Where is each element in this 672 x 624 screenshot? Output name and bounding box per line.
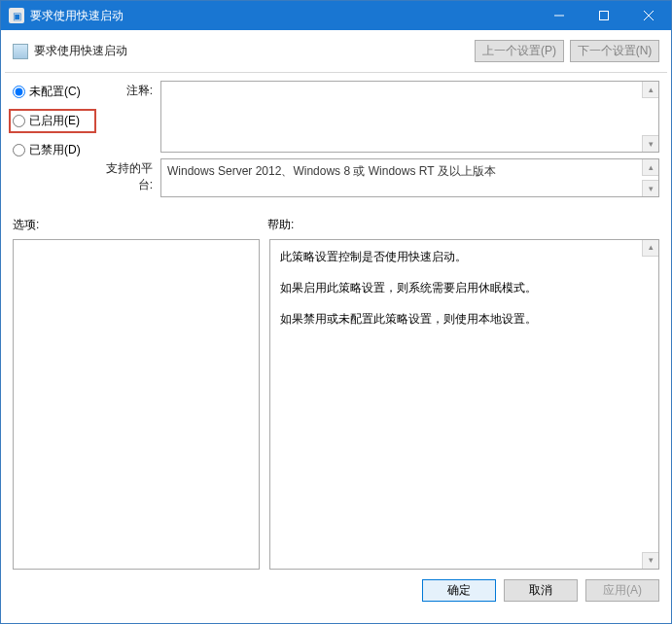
radio-not-configured-input[interactable]: [13, 86, 25, 98]
help-panel: 此策略设置控制是否使用快速启动。 如果启用此策略设置，则系统需要启用休眠模式。 …: [269, 239, 659, 570]
radio-disabled-input[interactable]: [13, 144, 25, 156]
panels: 此策略设置控制是否使用快速启动。 如果启用此策略设置，则系统需要启用休眠模式。 …: [1, 237, 671, 570]
scroll-up-icon[interactable]: ▴: [642, 240, 658, 257]
radio-enabled-input[interactable]: [13, 115, 25, 127]
scroll-down-icon[interactable]: ▾: [642, 552, 658, 569]
comment-row: 注释: ▴ ▾: [100, 81, 659, 153]
ok-button[interactable]: 确定: [422, 579, 496, 602]
help-paragraph: 如果启用此策略设置，则系统需要启用休眠模式。: [280, 279, 649, 296]
svg-rect-1: [600, 12, 609, 20]
config-area: 未配置(C) 已启用(E) 已禁用(D) 注释: ▴ ▾ 支持的平台: Wind…: [1, 73, 671, 207]
toolbar: 要求使用快速启动 上一个设置(P) 下一个设置(N): [1, 30, 671, 72]
radio-group: 未配置(C) 已启用(E) 已禁用(D): [13, 81, 92, 203]
policy-icon: [13, 44, 28, 59]
radio-not-configured-label: 未配置(C): [29, 84, 81, 100]
next-setting-button[interactable]: 下一个设置(N): [570, 40, 659, 62]
policy-name-label: 要求使用快速启动: [34, 43, 469, 59]
window-title: 要求使用快速启动: [30, 8, 537, 24]
scroll-up-icon[interactable]: ▴: [642, 82, 658, 98]
radio-enabled-label: 已启用(E): [29, 113, 80, 129]
comment-textarea[interactable]: ▴ ▾: [160, 81, 659, 153]
platform-label: 支持的平台:: [100, 158, 160, 197]
radio-disabled-label: 已禁用(D): [29, 142, 81, 158]
platform-row: 支持的平台: Windows Server 2012、Windows 8 或 W…: [100, 158, 659, 197]
close-button[interactable]: [626, 1, 671, 30]
options-heading: 选项:: [13, 217, 267, 233]
platform-value: Windows Server 2012、Windows 8 或 Windows …: [167, 164, 496, 178]
maximize-button[interactable]: [582, 1, 626, 30]
minimize-button[interactable]: [537, 1, 582, 30]
radio-disabled[interactable]: 已禁用(D): [13, 141, 92, 159]
app-icon: ▣: [9, 8, 24, 23]
options-panel: [13, 239, 260, 570]
scroll-up-icon[interactable]: ▴: [642, 159, 658, 176]
apply-button[interactable]: 应用(A): [585, 579, 659, 602]
fields-column: 注释: ▴ ▾ 支持的平台: Windows Server 2012、Windo…: [100, 81, 659, 203]
previous-setting-button[interactable]: 上一个设置(P): [475, 40, 564, 62]
comment-label: 注释:: [100, 81, 160, 153]
footer: 确定 取消 应用(A): [1, 570, 671, 611]
scroll-down-icon[interactable]: ▾: [642, 180, 658, 196]
titlebar[interactable]: ▣ 要求使用快速启动: [1, 1, 671, 30]
radio-enabled[interactable]: 已启用(E): [9, 109, 96, 133]
lower-labels: 选项: 帮助:: [1, 207, 671, 237]
help-heading: 帮助:: [267, 217, 659, 233]
cancel-button[interactable]: 取消: [504, 579, 578, 602]
radio-not-configured[interactable]: 未配置(C): [13, 83, 92, 101]
help-paragraph: 如果禁用或未配置此策略设置，则使用本地设置。: [280, 310, 649, 328]
platform-textarea: Windows Server 2012、Windows 8 或 Windows …: [160, 158, 659, 197]
help-paragraph: 此策略设置控制是否使用快速启动。: [280, 248, 649, 265]
scroll-down-icon[interactable]: ▾: [642, 135, 658, 152]
